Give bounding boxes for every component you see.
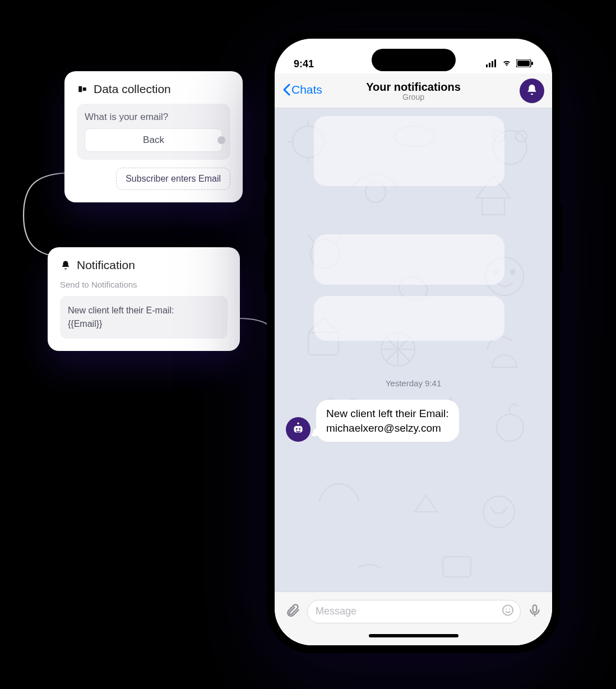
svg-rect-2 (486, 64, 488, 67)
message-placeholder (314, 116, 504, 186)
message-bubble[interactable]: New client left their Email: michaelxero… (316, 400, 459, 442)
nav-title-group[interactable]: Your notifications Group (366, 80, 461, 101)
back-label: Chats (291, 83, 322, 96)
phone-side-button (559, 205, 562, 272)
message-placeholder (314, 234, 504, 285)
message-line1: New client left their Email: (326, 406, 449, 421)
notification-subtitle: Send to Notifications (60, 280, 228, 289)
svg-rect-38 (533, 605, 537, 612)
message-row: New client left their Email: michaelxero… (286, 400, 459, 442)
microphone-icon[interactable] (527, 603, 542, 620)
message-input-placeholder: Message (316, 605, 356, 617)
bot-avatar[interactable] (286, 417, 311, 442)
dynamic-island (372, 49, 456, 71)
home-indicator (275, 631, 552, 645)
back-button-label: Back (143, 135, 164, 146)
phone-side-button (265, 249, 268, 293)
phone: 9:41 Chats (267, 31, 560, 653)
nav-title: Your notifications (366, 80, 461, 93)
svg-rect-5 (494, 59, 496, 67)
notification-body-line1: New client left their E-mail: (68, 304, 220, 317)
message-placeholder (314, 296, 504, 341)
phone-frame: 9:41 Chats (267, 31, 560, 653)
message-input-bar: Message (275, 591, 552, 631)
phone-screen: 9:41 Chats (275, 39, 552, 645)
notification-body-line2: {{Email}} (68, 317, 220, 331)
battery-icon (516, 58, 533, 70)
card-header: Data collection (77, 82, 230, 96)
data-collection-card: Data collection What is your email? Back… (64, 71, 243, 202)
phone-side-button (265, 154, 268, 179)
message-input[interactable]: Message (307, 600, 521, 623)
card-title: Data collection (94, 82, 171, 96)
bell-icon (60, 260, 71, 271)
question-text: What is your email? (85, 112, 223, 123)
back-to-chats-button[interactable]: Chats (282, 83, 322, 96)
status-indicators (483, 58, 533, 70)
form-icon (77, 84, 88, 95)
svg-rect-3 (489, 63, 490, 67)
svg-rect-30 (443, 557, 471, 577)
svg-rect-8 (531, 62, 533, 65)
svg-point-31 (297, 423, 299, 424)
svg-point-13 (516, 131, 527, 142)
svg-point-35 (503, 605, 513, 615)
card-header: Notification (60, 258, 228, 272)
sticker-icon[interactable] (501, 603, 515, 619)
svg-point-34 (299, 428, 300, 430)
svg-rect-7 (517, 61, 530, 66)
svg-rect-4 (492, 61, 493, 67)
day-timestamp: Yesterday 9:41 (386, 378, 442, 388)
nav-subtitle: Group (366, 92, 461, 101)
card-title: Notification (77, 258, 135, 272)
phone-side-button (265, 193, 268, 237)
cellular-icon (486, 58, 497, 70)
nav-header: Chats Your notifications Group (275, 73, 552, 108)
pill-label: Subscriber enters Email (126, 174, 221, 183)
wifi-icon (501, 58, 512, 70)
bell-icon (526, 84, 538, 98)
svg-rect-0 (78, 86, 82, 93)
back-button[interactable]: Back (85, 128, 223, 152)
chat-body[interactable]: Yesterday 9:41 New client left their Ema… (275, 108, 552, 591)
svg-point-19 (511, 270, 515, 274)
notifications-avatar[interactable] (520, 78, 544, 103)
message-line2: michaelxero@selzy.com (326, 421, 449, 436)
status-time: 9:41 (294, 58, 339, 70)
svg-rect-15 (482, 198, 504, 215)
notification-card: Notification Send to Notifications New c… (48, 247, 240, 351)
question-box: What is your email? Back (77, 104, 230, 160)
svg-point-37 (509, 608, 510, 609)
svg-point-28 (497, 414, 524, 441)
svg-point-36 (506, 608, 507, 609)
svg-point-33 (296, 428, 298, 430)
subscriber-enters-email-pill[interactable]: Subscriber enters Email (116, 168, 230, 190)
attachment-icon[interactable] (285, 603, 300, 621)
svg-rect-1 (83, 87, 86, 91)
notification-template-body: New client left their E-mail: {{Email}} (60, 296, 228, 339)
robot-icon (291, 421, 305, 438)
svg-point-29 (483, 496, 515, 528)
